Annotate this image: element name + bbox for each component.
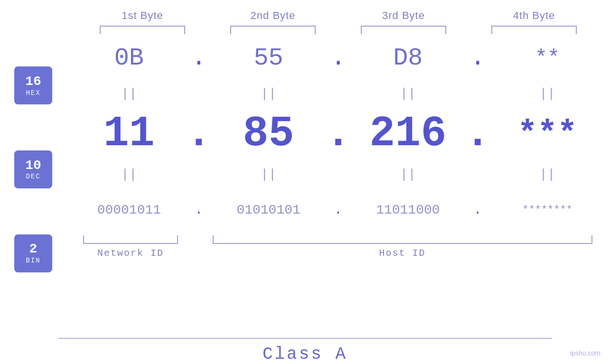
main-container: 1st Byte 2nd Byte 3rd Byte 4th Byte 16 H… bbox=[0, 0, 610, 364]
byte-labels-row: 1st Byte 2nd Byte 3rd Byte 4th Byte bbox=[77, 9, 600, 22]
bin-badge-name: BIN bbox=[26, 257, 40, 264]
dec-byte-2: 85 bbox=[206, 110, 331, 158]
equals-row-1: || || || || bbox=[66, 82, 610, 105]
dec-byte-3: 216 bbox=[346, 110, 471, 158]
bottom-brackets-section bbox=[66, 235, 610, 244]
byte-label-4: 4th Byte bbox=[469, 9, 600, 22]
dot-hex-1: . bbox=[192, 44, 206, 72]
network-bracket bbox=[83, 235, 178, 244]
bracket-top-3 bbox=[361, 26, 446, 34]
dot-hex-2: . bbox=[331, 44, 346, 72]
eq-cell-8: || bbox=[485, 167, 610, 182]
watermark: ipshu.com bbox=[570, 349, 601, 357]
eq-cell-7: || bbox=[346, 167, 471, 182]
dec-badge: 10 DEC bbox=[14, 150, 52, 188]
hex-badge: 16 HEX bbox=[14, 66, 52, 104]
dot-dec-3: . bbox=[470, 110, 485, 158]
eq-cell-3: || bbox=[346, 86, 471, 101]
hex-byte-1: 0B bbox=[66, 44, 192, 72]
hex-byte-4: ** bbox=[485, 46, 610, 70]
dot-bin-2: . bbox=[331, 203, 346, 217]
bin-byte-1: 00001011 bbox=[66, 203, 192, 217]
bracket-top-2 bbox=[230, 26, 316, 34]
base-labels-col: 16 HEX 10 DEC 2 BIN bbox=[0, 34, 66, 333]
byte-label-1: 1st Byte bbox=[77, 9, 208, 22]
hex-byte-2: 55 bbox=[206, 44, 331, 72]
dec-badge-num: 10 bbox=[25, 159, 41, 173]
eq-cell-1: || bbox=[66, 86, 192, 101]
bracket-cell-2 bbox=[208, 26, 338, 34]
bin-badge: 2 BIN bbox=[14, 234, 52, 272]
bin-byte-3: 11011000 bbox=[346, 203, 471, 217]
content-area: 16 HEX 10 DEC 2 BIN 0B . 55 bbox=[0, 34, 610, 333]
bracket-cell-4 bbox=[469, 26, 600, 34]
dot-hex-3: . bbox=[470, 44, 485, 72]
class-section: Class A bbox=[0, 338, 610, 364]
bracket-cell-3 bbox=[338, 26, 469, 34]
bracket-top-4 bbox=[491, 26, 577, 34]
hex-byte-3: D8 bbox=[346, 44, 471, 72]
dot-bin-3: . bbox=[470, 203, 485, 217]
rows-container: 0B . 55 . D8 . ** || || bbox=[66, 34, 610, 333]
equals-row-2: || || || || bbox=[66, 162, 610, 186]
bracket-top-1 bbox=[100, 26, 185, 34]
bin-byte-4: ******** bbox=[485, 204, 610, 216]
class-label: Class A bbox=[263, 345, 347, 364]
eq-cell-4: || bbox=[485, 86, 610, 101]
dot-bin-1: . bbox=[192, 203, 206, 217]
eq-cell-5: || bbox=[66, 167, 192, 182]
dec-byte-1: 11 bbox=[66, 110, 192, 158]
top-brackets-row bbox=[77, 26, 600, 34]
dot-dec-1: . bbox=[192, 110, 206, 158]
dec-badge-name: DEC bbox=[26, 173, 40, 180]
eq-cell-6: || bbox=[206, 167, 331, 182]
dec-row: 11 . 85 . 216 . *** bbox=[66, 105, 610, 162]
byte-label-3: 3rd Byte bbox=[338, 9, 469, 22]
network-id-label: Network ID bbox=[66, 248, 195, 259]
class-bracket-line bbox=[58, 338, 552, 339]
bin-row: 00001011 . 01010101 . 11011000 . *******… bbox=[66, 186, 610, 233]
host-bracket-wrap bbox=[195, 235, 610, 244]
network-bracket-wrap bbox=[66, 235, 195, 244]
id-labels-row: Network ID Host ID bbox=[66, 248, 610, 259]
bin-badge-num: 2 bbox=[29, 242, 38, 257]
bin-byte-2: 01010101 bbox=[206, 203, 331, 217]
hex-row: 0B . 55 . D8 . ** bbox=[66, 34, 610, 82]
dec-byte-4: *** bbox=[485, 115, 610, 153]
hex-badge-num: 16 bbox=[25, 75, 41, 89]
host-bracket bbox=[213, 235, 592, 244]
hex-badge-name: HEX bbox=[26, 89, 40, 97]
host-id-label: Host ID bbox=[195, 248, 610, 259]
bracket-cell-1 bbox=[77, 26, 208, 34]
byte-label-2: 2nd Byte bbox=[208, 9, 338, 22]
dot-dec-2: . bbox=[331, 110, 346, 158]
eq-cell-2: || bbox=[206, 86, 331, 101]
